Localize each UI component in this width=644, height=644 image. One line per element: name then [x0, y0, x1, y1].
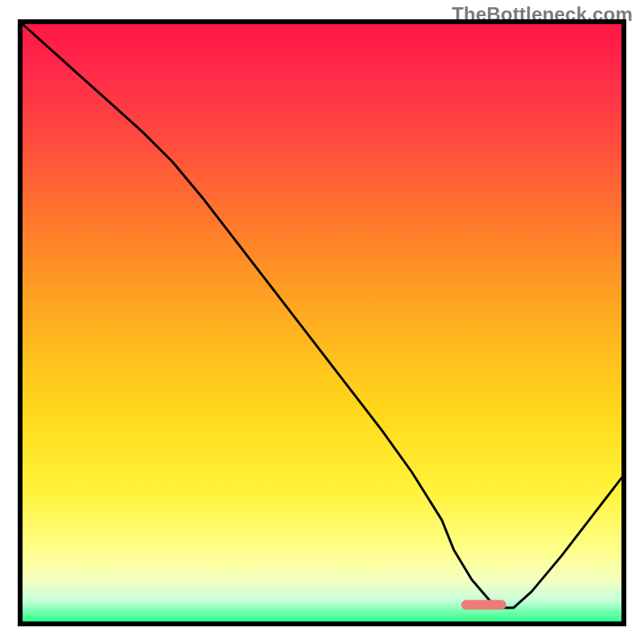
bottleneck-chart: [0, 0, 644, 644]
optimal-range-marker: [461, 600, 506, 609]
gradient-background: [23, 24, 621, 621]
chart-container: TheBottleneck.com: [0, 0, 644, 644]
